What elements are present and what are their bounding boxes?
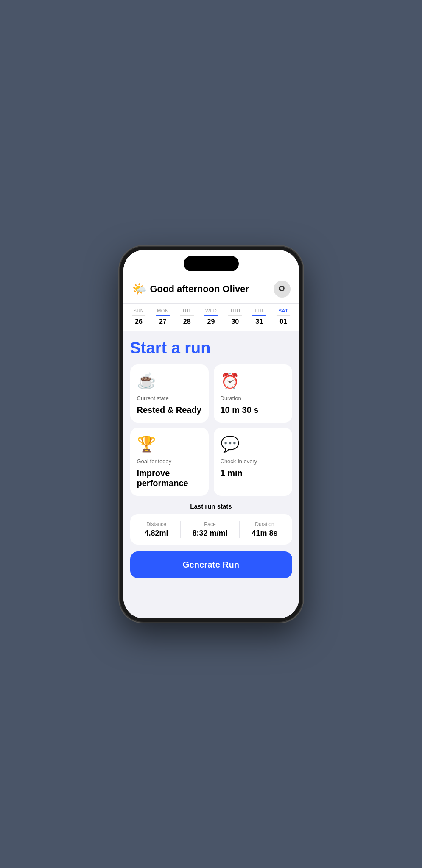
card-current-state[interactable]: ☕ Current state Rested & Ready <box>130 364 209 423</box>
cal-day-number: 27 <box>159 318 167 326</box>
cal-day-name: FRI <box>255 308 263 313</box>
card-goal[interactable]: 🏆 Goal for today Improve performance <box>130 428 209 496</box>
stat-pace: Pace 8:32 m/mi <box>192 521 227 538</box>
cal-day-name: WED <box>205 308 217 313</box>
checkin-value: 1 min <box>221 468 285 478</box>
cal-day-name: SUN <box>134 308 144 313</box>
cal-indicator <box>252 315 266 316</box>
cal-day-number: 01 <box>279 318 287 326</box>
card-duration[interactable]: ⏰ Duration 10 m 30 s <box>214 364 292 423</box>
cal-indicator <box>180 315 194 316</box>
cal-day-name: THU <box>230 308 240 313</box>
stat-divider-2 <box>239 521 240 538</box>
header: 🌤️ Good afternoon Oliver O <box>123 275 299 304</box>
cal-indicator <box>204 315 218 316</box>
calendar-strip: SUN26MON27TUE28WED29THU30FRI31SAT01 <box>123 304 299 331</box>
cal-indicator <box>228 315 242 316</box>
avatar[interactable]: O <box>274 281 291 298</box>
phone-frame: 🌤️ Good afternoon Oliver O SUN26MON27TUE… <box>120 247 302 622</box>
pace-value: 8:32 m/mi <box>192 529 227 538</box>
cal-day-name: MON <box>157 308 168 313</box>
cal-day-number: 28 <box>183 318 191 326</box>
run-duration-label: Duration <box>255 521 274 527</box>
card-checkin[interactable]: 💬 Check-in every 1 min <box>214 428 292 496</box>
stats-section: Last run stats Distance 4.82mi Pace 8:32… <box>130 503 292 545</box>
distance-value: 4.82mi <box>144 529 168 538</box>
stat-run-duration: Duration 41m 8s <box>252 521 277 538</box>
stat-distance: Distance 4.82mi <box>144 521 168 538</box>
trophy-icon: 🏆 <box>137 435 202 453</box>
calendar-day-28[interactable]: TUE28 <box>175 308 199 326</box>
cal-indicator <box>156 315 170 316</box>
distance-label: Distance <box>146 521 166 527</box>
stat-divider-1 <box>180 521 181 538</box>
goal-value: Improve performance <box>137 468 202 488</box>
page-title: Start a run <box>130 339 292 357</box>
goal-label: Goal for today <box>137 458 202 465</box>
calendar-day-26[interactable]: SUN26 <box>127 308 151 326</box>
cal-day-number: 31 <box>255 318 263 326</box>
calendar-day-30[interactable]: THU30 <box>223 308 247 326</box>
current-state-label: Current state <box>137 395 202 401</box>
cal-day-name: SAT <box>279 308 288 313</box>
duration-label: Duration <box>221 395 285 401</box>
calendar-day-31[interactable]: FRI31 <box>247 308 271 326</box>
calendar-day-29[interactable]: WED29 <box>199 308 223 326</box>
stats-card: Distance 4.82mi Pace 8:32 m/mi Duration … <box>130 514 292 545</box>
coffee-icon: ☕ <box>137 372 202 390</box>
calendar-day-27[interactable]: MON27 <box>151 308 175 326</box>
dynamic-island <box>184 256 239 271</box>
phone-screen: 🌤️ Good afternoon Oliver O SUN26MON27TUE… <box>123 250 299 618</box>
greeting-text: Good afternoon Oliver <box>150 284 249 295</box>
cards-grid: ☕ Current state Rested & Ready ⏰ Duratio… <box>130 364 292 496</box>
run-duration-value: 41m 8s <box>252 529 277 538</box>
checkin-label: Check-in every <box>221 458 285 465</box>
cal-day-number: 26 <box>135 318 143 326</box>
calendar-day-01[interactable]: SAT01 <box>271 308 296 326</box>
alarm-clock-icon: ⏰ <box>221 372 285 390</box>
pace-label: Pace <box>204 521 215 527</box>
header-left: 🌤️ Good afternoon Oliver <box>132 282 249 296</box>
cal-indicator <box>132 315 145 316</box>
generate-run-button[interactable]: Generate Run <box>130 551 292 578</box>
main-content: Start a run ☕ Current state Rested & Rea… <box>123 331 299 618</box>
cal-day-number: 29 <box>207 318 215 326</box>
cal-day-number: 30 <box>231 318 239 326</box>
cal-indicator <box>277 315 290 316</box>
stats-title: Last run stats <box>130 503 292 510</box>
chat-icon: 💬 <box>221 435 285 453</box>
current-state-value: Rested & Ready <box>137 405 202 415</box>
duration-value: 10 m 30 s <box>221 405 285 415</box>
weather-icon: 🌤️ <box>132 282 147 296</box>
cal-day-name: TUE <box>182 308 192 313</box>
